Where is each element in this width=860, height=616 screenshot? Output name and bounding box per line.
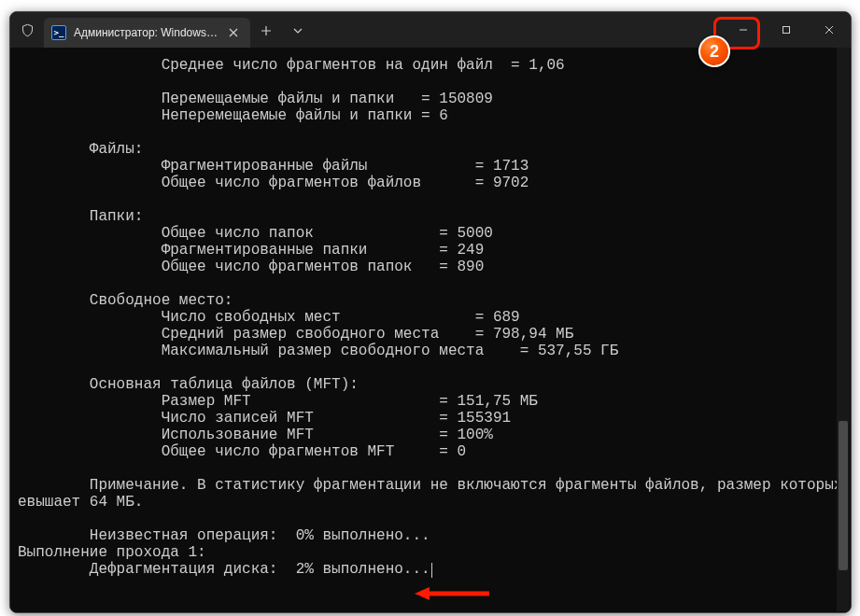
new-tab-button[interactable] — [250, 25, 282, 36]
maximize-button[interactable] — [765, 12, 808, 48]
uac-shield-icon — [10, 23, 44, 37]
powershell-icon: >_ — [51, 25, 66, 40]
tab-close-button[interactable] — [226, 25, 241, 40]
close-button[interactable] — [808, 12, 851, 48]
titlebar-drag-area[interactable] — [314, 12, 722, 48]
terminal-output[interactable]: Среднее число фрагментов на один файл = … — [10, 48, 851, 612]
titlebar: >_ Администратор: Windows Po — [10, 12, 851, 48]
titlebar-left: >_ Администратор: Windows Po — [10, 12, 314, 48]
tab-title: Администратор: Windows Po — [74, 26, 219, 39]
window-controls — [722, 12, 851, 48]
tab-powershell[interactable]: >_ Администратор: Windows Po — [44, 18, 250, 48]
scrollbar-thumb[interactable] — [839, 421, 848, 570]
minimize-button[interactable] — [722, 12, 765, 48]
terminal-window: >_ Администратор: Windows Po — [9, 11, 852, 613]
tab-dropdown-button[interactable] — [282, 26, 314, 35]
svg-rect-0 — [783, 27, 790, 34]
scrollbar-vertical[interactable] — [837, 48, 850, 611]
